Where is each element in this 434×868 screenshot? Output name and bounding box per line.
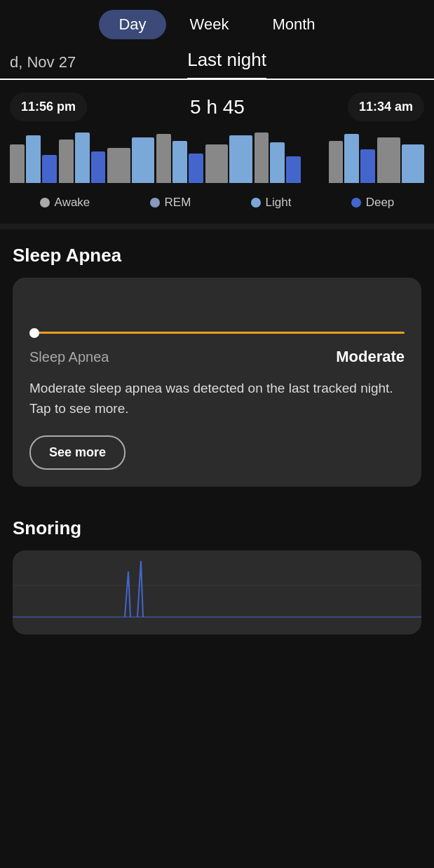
- legend-light: Light: [251, 196, 292, 210]
- deep-label: Deep: [366, 196, 395, 210]
- sleep-legend: Awake REM Light Deep: [10, 193, 424, 214]
- tab-month[interactable]: Month: [252, 10, 334, 39]
- tab-bar: Day Week Month: [0, 0, 434, 49]
- sleep-duration: 5 h 45: [190, 96, 245, 118]
- sleep-bars: [10, 127, 424, 183]
- rem-label: REM: [165, 196, 191, 210]
- legend-awake: Awake: [40, 196, 90, 210]
- date-left: d, Nov 27: [10, 53, 76, 79]
- date-center: Last night: [187, 49, 266, 80]
- sleep-apnea-card[interactable]: Sleep Apnea Moderate Moderate sleep apne…: [13, 278, 421, 487]
- apnea-line: [29, 332, 405, 334]
- sleep-apnea-section: Sleep Apnea Sleep Apnea Moderate Moderat…: [0, 229, 434, 502]
- tab-week[interactable]: Week: [170, 10, 249, 39]
- light-dot: [251, 198, 261, 208]
- legend-deep: Deep: [351, 196, 395, 210]
- sleep-apnea-title: Sleep Apnea: [13, 245, 421, 266]
- sleep-end-time: 11:34 am: [348, 93, 424, 121]
- legend-rem: REM: [150, 196, 191, 210]
- deep-dot: [351, 198, 361, 208]
- date-header: d, Nov 27 Last night: [0, 49, 434, 80]
- rem-dot: [150, 198, 160, 208]
- apnea-card-body: Sleep Apnea Moderate Moderate sleep apne…: [13, 341, 421, 470]
- snoring-title: Snoring: [13, 517, 421, 539]
- see-more-button[interactable]: See more: [29, 435, 126, 470]
- snoring-section: Snoring: [0, 502, 434, 635]
- snoring-chart-svg: [13, 550, 421, 635]
- apnea-description: Moderate sleep apnea was detected on the…: [29, 379, 405, 419]
- apnea-chart: [13, 278, 421, 341]
- awake-dot: [40, 198, 50, 208]
- apnea-label: Sleep Apnea: [29, 349, 109, 365]
- apnea-dot: [29, 328, 39, 338]
- snoring-card[interactable]: [13, 550, 421, 635]
- awake-label: Awake: [55, 196, 90, 210]
- section-divider-1: [0, 224, 434, 229]
- sleep-start-time: 11:56 pm: [10, 93, 87, 121]
- apnea-card-row: Sleep Apnea Moderate: [29, 348, 405, 366]
- apnea-value: Moderate: [336, 348, 405, 366]
- tab-day[interactable]: Day: [99, 10, 165, 39]
- light-label: Light: [266, 196, 292, 210]
- time-row: 11:56 pm 5 h 45 11:34 am: [10, 93, 424, 121]
- sleep-chart-area: 11:56 pm 5 h 45 11:34 am: [0, 80, 434, 224]
